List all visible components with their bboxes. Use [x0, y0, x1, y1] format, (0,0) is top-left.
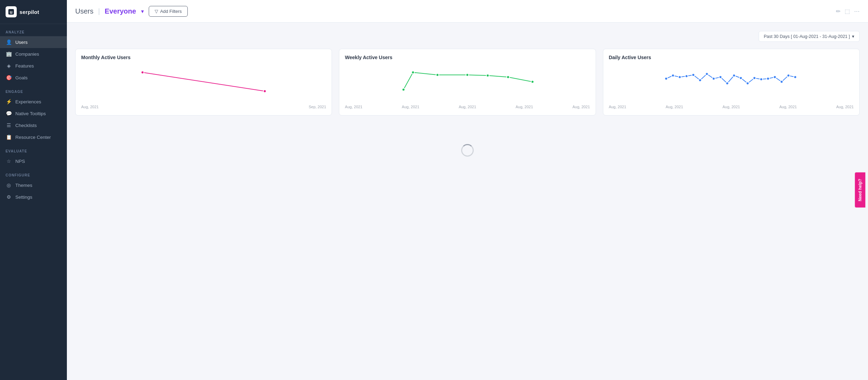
resource-center-icon: 📋 [6, 134, 12, 140]
logo-text: serpilot [20, 9, 39, 15]
logo-icon: u [6, 6, 17, 17]
chart-x-labels-wau: Aug, 2021Aug, 2021Aug, 2021Aug, 2021Aug,… [345, 105, 590, 109]
svg-point-27 [773, 76, 776, 79]
sidebar-section-evaluate: EVALUATE [0, 143, 67, 155]
sidebar: u serpilot ANALYZE 👤 Users 🏢 Companies ◈… [0, 0, 67, 380]
svg-point-7 [466, 73, 469, 76]
svg-point-14 [685, 75, 688, 78]
chart-card-dau: Daily Active UsersAug, 2021Aug, 2021Aug,… [603, 49, 860, 116]
add-filters-button[interactable]: ▽ Add Filters [149, 6, 188, 17]
chart-x-labels-dau: Aug, 2021Aug, 2021Aug, 2021Aug, 2021Aug,… [609, 105, 854, 109]
chart-title-dau: Daily Active Users [609, 55, 854, 60]
header: Users | Everyone ▾ ▽ Add Filters ✏ ⬚ ⋯ [67, 0, 868, 23]
date-filter-button[interactable]: Past 30 Days [ 01-Aug-2021 - 31-Aug-2021… [759, 31, 860, 42]
chart-x-label: Aug, 2021 [836, 105, 854, 109]
chart-area-wau: Aug, 2021Aug, 2021Aug, 2021Aug, 2021Aug,… [345, 64, 590, 110]
sidebar-item-label-settings: Settings [15, 195, 32, 200]
sidebar-item-label-goals: Goals [15, 75, 28, 80]
sidebar-item-settings[interactable]: ⚙ Settings [0, 191, 67, 203]
nps-icon: ☆ [6, 158, 12, 164]
sidebar-item-label-companies: Companies [15, 52, 39, 57]
svg-point-10 [531, 80, 534, 83]
svg-point-15 [692, 73, 695, 76]
chart-title-mau: Monthly Active Users [81, 55, 326, 60]
loading-area [75, 116, 860, 185]
chart-svg-dau [609, 64, 854, 103]
svg-point-29 [787, 74, 790, 77]
sidebar-item-users[interactable]: 👤 Users [0, 36, 67, 48]
svg-point-26 [767, 77, 769, 80]
chart-x-label: Aug, 2021 [666, 105, 683, 109]
checklists-icon: ☰ [6, 122, 12, 128]
chart-x-label: Aug, 2021 [402, 105, 419, 109]
chart-card-mau: Monthly Active UsersAug, 2021Sep, 2021 [75, 49, 332, 116]
svg-point-13 [678, 76, 681, 79]
svg-point-25 [760, 78, 762, 81]
svg-point-24 [753, 77, 756, 79]
edit-icon[interactable]: ✏ [836, 8, 840, 15]
native-tooltips-icon: 💬 [6, 111, 12, 116]
chart-title-wau: Weekly Active Users [345, 55, 590, 60]
svg-point-30 [794, 76, 797, 79]
sidebar-item-label-features: Features [15, 63, 34, 69]
chart-x-label: Aug, 2021 [345, 105, 362, 109]
need-help-button[interactable]: Need help? [855, 173, 866, 208]
sidebar-sections: ANALYZE 👤 Users 🏢 Companies ◈ Features 🎯… [0, 24, 67, 203]
features-icon: ◈ [6, 63, 12, 69]
svg-point-5 [412, 71, 414, 74]
sidebar-item-native-tooltips[interactable]: 💬 Native Tooltips [0, 108, 67, 119]
svg-point-17 [705, 73, 708, 76]
sidebar-item-nps[interactable]: ☆ NPS [0, 155, 67, 167]
svg-point-28 [780, 80, 783, 83]
chart-area-dau: Aug, 2021Aug, 2021Aug, 2021Aug, 2021Aug,… [609, 64, 854, 110]
sidebar-item-label-themes: Themes [15, 183, 32, 188]
sidebar-item-experiences[interactable]: ⚡ Experiences [0, 96, 67, 108]
charts-grid: Monthly Active UsersAug, 2021Sep, 2021We… [75, 49, 860, 116]
sidebar-item-companies[interactable]: 🏢 Companies [0, 48, 67, 60]
svg-point-23 [746, 82, 749, 85]
sidebar-item-goals[interactable]: 🎯 Goals [0, 72, 67, 84]
sidebar-section-analyze: ANALYZE [0, 24, 67, 36]
svg-point-12 [672, 74, 674, 77]
goals-icon: 🎯 [6, 75, 12, 80]
sidebar-item-resource-center[interactable]: 📋 Resource Center [0, 131, 67, 143]
svg-point-9 [507, 76, 510, 79]
svg-point-22 [739, 77, 742, 79]
title-separator: | [98, 7, 102, 15]
sidebar-item-label-nps: NPS [15, 159, 25, 164]
add-filters-label: Add Filters [160, 9, 182, 14]
frame-icon[interactable]: ⬚ [845, 8, 850, 15]
chart-x-label: Aug, 2021 [609, 105, 626, 109]
sidebar-item-features[interactable]: ◈ Features [0, 60, 67, 72]
header-right: ✏ ⬚ ⋯ [836, 8, 860, 15]
settings-icon: ⚙ [6, 194, 12, 200]
chart-area-mau: Aug, 2021Sep, 2021 [81, 64, 326, 110]
svg-point-18 [712, 77, 715, 80]
chart-card-wau: Weekly Active UsersAug, 2021Aug, 2021Aug… [339, 49, 596, 116]
sidebar-item-checklists[interactable]: ☰ Checklists [0, 119, 67, 131]
sidebar-item-label-experiences: Experiences [15, 99, 41, 104]
sidebar-item-label-resource-center: Resource Center [15, 135, 51, 140]
companies-icon: 🏢 [6, 51, 12, 57]
chart-x-labels-mau: Aug, 2021Sep, 2021 [81, 105, 326, 109]
svg-point-3 [263, 90, 266, 93]
sidebar-item-themes[interactable]: ◎ Themes [0, 179, 67, 191]
logo: u serpilot [0, 0, 67, 24]
date-filter-row: Past 30 Days [ 01-Aug-2021 - 31-Aug-2021… [75, 31, 860, 42]
header-left: Users | Everyone ▾ ▽ Add Filters [75, 6, 188, 17]
svg-point-16 [699, 79, 702, 82]
sidebar-item-label-users: Users [15, 40, 28, 45]
themes-icon: ◎ [6, 182, 12, 188]
sidebar-item-label-checklists: Checklists [15, 123, 37, 128]
svg-point-20 [726, 82, 729, 85]
date-filter-chevron: ▾ [852, 34, 854, 39]
segment-dropdown-button[interactable]: ▾ [140, 7, 145, 15]
main-content: Users | Everyone ▾ ▽ Add Filters ✏ ⬚ ⋯ P… [67, 0, 868, 380]
chart-x-label: Aug, 2021 [572, 105, 590, 109]
chart-x-label: Aug, 2021 [81, 105, 99, 109]
title-prefix: Users [75, 7, 93, 15]
more-icon[interactable]: ⋯ [854, 8, 860, 15]
sidebar-section-engage: ENGAGE [0, 84, 67, 96]
svg-point-2 [141, 71, 144, 74]
chart-x-label: Aug, 2021 [722, 105, 740, 109]
